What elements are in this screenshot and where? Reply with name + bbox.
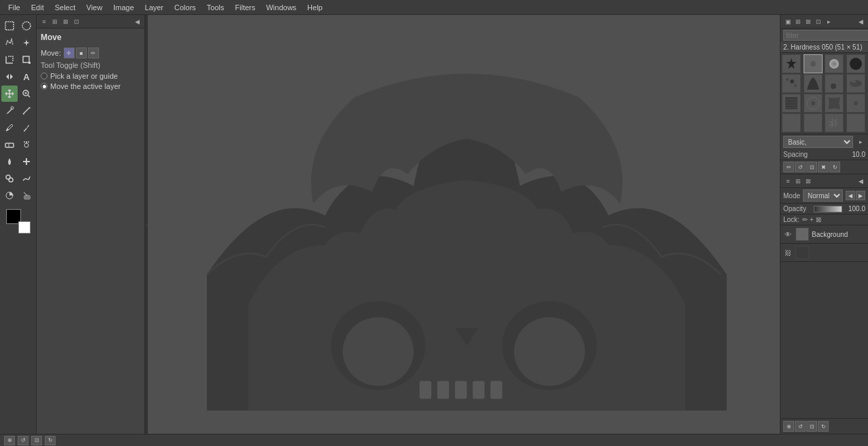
tool-ink[interactable] <box>1 153 18 170</box>
brush-cell-star[interactable] <box>782 54 801 73</box>
brush-cell-diagonal[interactable] <box>846 113 865 132</box>
tool-move[interactable] <box>1 86 18 102</box>
radio-pick-btn[interactable] <box>41 73 47 79</box>
lock-move-icon[interactable]: + <box>810 216 814 223</box>
mode-prev[interactable]: ◀ <box>846 191 855 200</box>
tool-eraser[interactable] <box>1 136 18 153</box>
tool-smudge[interactable] <box>18 170 35 187</box>
mode-select[interactable]: Normal <box>803 189 843 202</box>
status-btn-2[interactable]: ↺ <box>18 436 28 445</box>
radio-move-active[interactable]: Move the active layer <box>41 82 140 90</box>
brushes-collapse[interactable]: ◀ <box>856 17 865 26</box>
layer-undo-btn[interactable]: ↺ <box>795 421 806 432</box>
brush-cell-hardround-large[interactable] <box>846 54 865 73</box>
move-icon-layer[interactable]: ■ <box>76 48 87 58</box>
brushes-icon-1[interactable]: ▣ <box>783 17 793 26</box>
brush-cell-softround[interactable] <box>825 54 844 73</box>
background-color[interactable] <box>18 221 31 234</box>
menu-view[interactable]: View <box>81 2 108 13</box>
move-icon-crosshair[interactable]: ✛ <box>64 48 75 58</box>
move-icon-guide[interactable]: ✏ <box>88 48 99 58</box>
layer-add-btn[interactable]: ⊕ <box>783 421 794 432</box>
tool-ellipse-select[interactable] <box>18 18 35 34</box>
layers-icon-2[interactable]: ⊞ <box>793 176 803 186</box>
layer-redo-btn[interactable]: ↻ <box>818 421 829 432</box>
menu-edit[interactable]: Edit <box>26 2 50 13</box>
brushes-icon-4[interactable]: ⊡ <box>814 17 823 26</box>
tool-paintbrush[interactable] <box>18 119 35 136</box>
menu-windows[interactable]: Windows <box>260 2 302 13</box>
tool-color-picker[interactable] <box>1 103 18 119</box>
tool-pencil[interactable] <box>1 119 18 136</box>
menu-help[interactable]: Help <box>302 2 328 13</box>
layer-visibility-eye[interactable]: 👁 <box>783 229 793 239</box>
brush-cell-scatter4[interactable] <box>846 74 865 93</box>
tool-flip[interactable] <box>1 69 18 85</box>
brushes-icon-5[interactable]: ▸ <box>824 17 833 26</box>
mode-next[interactable]: ▶ <box>856 191 865 200</box>
tool-options-title: Move <box>37 29 144 45</box>
layers-collapse[interactable]: ◀ <box>856 176 865 186</box>
brush-cell-hardround-small[interactable] <box>804 54 823 73</box>
tool-measure[interactable] <box>18 103 35 119</box>
svg-rect-3 <box>28 62 31 64</box>
menu-layer[interactable]: Layer <box>140 2 170 13</box>
layer-delete-btn[interactable]: ⊡ <box>806 421 817 432</box>
brush-action-new[interactable]: ⊡ <box>806 162 817 172</box>
brushes-icon-2[interactable]: ⊞ <box>793 17 803 26</box>
menu-filters[interactable]: Filters <box>230 2 261 13</box>
tool-heal[interactable] <box>18 153 35 170</box>
menu-tools[interactable]: Tools <box>201 2 230 13</box>
menu-file[interactable]: File <box>3 2 26 13</box>
tool-airbrush[interactable] <box>18 136 35 153</box>
layers-icon-1[interactable]: ≡ <box>783 176 793 186</box>
layers-icon-3[interactable]: ⊠ <box>804 176 813 186</box>
tool-dodge[interactable] <box>1 187 18 204</box>
tool-options-close[interactable]: ◀ <box>132 17 142 26</box>
brush-preset-select[interactable]: Basic, <box>783 136 853 148</box>
tool-text[interactable]: A <box>18 69 35 85</box>
brush-action-edit[interactable]: ✏ <box>783 162 794 172</box>
opacity-bar[interactable] <box>814 206 842 212</box>
brush-cell-texture4[interactable] <box>846 94 865 113</box>
tool-zoom[interactable] <box>18 86 35 102</box>
brush-cell-scatter3[interactable] <box>825 74 844 93</box>
brush-cell-scatter1[interactable] <box>782 74 801 93</box>
brush-action-delete[interactable]: ✖ <box>818 162 829 172</box>
lock-edit-icon[interactable]: ✏ <box>802 216 808 223</box>
tool-clone[interactable] <box>1 170 18 187</box>
tool-options-icon-1[interactable]: ≡ <box>39 17 49 26</box>
radio-pick-layer[interactable]: Pick a layer or guide <box>41 72 140 80</box>
brush-action-redo[interactable]: ↻ <box>829 162 840 172</box>
brush-cell-dots1[interactable] <box>804 113 823 132</box>
tool-options-icon-3[interactable]: ⊠ <box>61 17 71 26</box>
menu-image[interactable]: Image <box>108 2 140 13</box>
status-btn-4[interactable]: ↻ <box>45 436 56 445</box>
tool-options-icon-4[interactable]: ⊡ <box>72 17 81 26</box>
brush-cell-scatter2[interactable] <box>804 74 823 93</box>
brush-cell-texture1[interactable] <box>782 94 801 113</box>
tool-fuzzy-select[interactable] <box>18 35 35 51</box>
canvas-area[interactable] <box>148 15 780 434</box>
brush-filter-input[interactable] <box>783 30 868 41</box>
menu-colors[interactable]: Colors <box>169 2 201 13</box>
status-btn-1[interactable]: ⊕ <box>4 436 15 445</box>
brush-preset-expand[interactable]: ▸ <box>856 137 865 147</box>
brush-action-refresh[interactable]: ↺ <box>795 162 806 172</box>
radio-move-btn[interactable] <box>41 83 47 90</box>
brush-cell-texture2[interactable] <box>804 94 823 113</box>
brushes-icon-3[interactable]: ⊠ <box>804 17 813 26</box>
tool-transform[interactable] <box>18 52 35 68</box>
tool-crop[interactable] <box>1 52 18 68</box>
brush-cell-splatter1[interactable] <box>825 113 844 132</box>
tool-options-icon-2[interactable]: ⊞ <box>50 17 60 26</box>
brush-cell-texture3[interactable] <box>825 94 844 113</box>
lock-all-icon[interactable]: ⊠ <box>816 216 821 223</box>
brush-cell-line1[interactable] <box>782 113 801 132</box>
tool-rectangle-select[interactable] <box>1 18 18 34</box>
tool-bucket[interactable] <box>18 187 35 204</box>
status-btn-3[interactable]: ⊡ <box>31 436 42 445</box>
layer-chain-icon[interactable]: ⛓ <box>783 248 793 257</box>
tool-free-select[interactable] <box>1 35 18 51</box>
menu-select[interactable]: Select <box>50 2 81 13</box>
